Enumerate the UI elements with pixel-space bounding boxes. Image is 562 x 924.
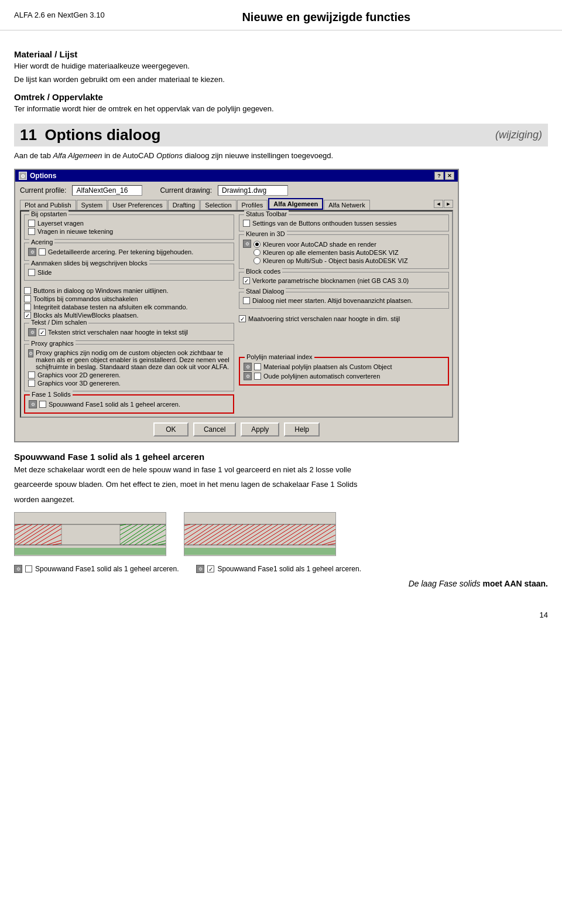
group-block-content: Verkorte parametrische blocknamen (niet … <box>243 277 445 284</box>
checkbox-bottom-right[interactable] <box>207 565 214 572</box>
label-autodesk: Kleuren op alle elementen basis AutoDESK… <box>263 249 399 256</box>
label-spouwwand: Spouwwand Fase1 solid als 1 geheel arcer… <box>49 401 180 408</box>
label-blocks: Blocks als MultiViewBlocks plaatsen. <box>33 312 139 319</box>
dialog-icon: ⚙ <box>19 172 27 180</box>
titlebar-left: ⚙ Options <box>19 172 56 180</box>
checkbox-spouwwand[interactable] <box>39 401 46 408</box>
tab-alfa-netwerk[interactable]: Alfa Netwerk <box>324 200 369 210</box>
tab-drafting[interactable]: Drafting <box>168 200 200 210</box>
tab-system[interactable]: System <box>77 200 108 210</box>
group-polylijn: Polylijn materiaal index ⚙ Materiaal pol… <box>239 357 449 386</box>
label-teksten: Teksten strict verschalen naar hoogte in… <box>48 329 188 336</box>
section-materiaal-text1: Hier wordt de huidige materiaalkeuze wee… <box>14 62 548 70</box>
dialog-buttons: OK Cancel Apply Help <box>20 422 453 437</box>
checkbox-graphics-2d[interactable] <box>28 371 35 379</box>
checkbox-blocks[interactable] <box>24 312 31 319</box>
tab-user-preferences[interactable]: User Preferences <box>108 200 167 210</box>
wall-svg-right <box>184 512 336 556</box>
check-teksten: ⚙ Teksten strict verschalen naar hoogte … <box>28 328 230 336</box>
svg-rect-2 <box>15 524 61 545</box>
check-maatvoering: Maatvoering strict verschalen naar hoogt… <box>239 315 449 322</box>
group-kleuren-content: ⚙ Kleuren voor AutoCAD shade en render <box>243 240 445 265</box>
checkbox-layerset[interactable] <box>28 220 35 227</box>
checkbox-dialoog[interactable] <box>243 297 250 304</box>
checkbox-bottom-left[interactable] <box>25 565 32 572</box>
checkbox-oude[interactable] <box>254 373 261 380</box>
gear-icon-fase1[interactable]: ⚙ <box>29 400 37 408</box>
caption-text: De laag Fase solids moet AAN staan. <box>409 579 548 588</box>
titlebar-close-btn[interactable]: ✕ <box>445 172 454 180</box>
section-badge: (wijziging) <box>495 129 542 141</box>
btn-apply[interactable]: Apply <box>241 422 279 437</box>
group-bij-opstarten-content: Layerset vragen Vragen in nieuwe tekenin… <box>28 220 230 235</box>
group-acering-title: Acering <box>29 238 54 246</box>
checkbox-integriteit[interactable] <box>24 304 31 311</box>
checkbox-maatvoering[interactable] <box>239 315 246 322</box>
kleuren-radios: Kleuren voor AutoCAD shade en render Kle… <box>253 240 408 265</box>
profile-row: Current profile: AlfaNextGen_16 Current … <box>20 185 453 196</box>
checkbox-settings[interactable] <box>243 220 250 227</box>
btn-help[interactable]: Help <box>284 422 320 437</box>
tab-profiles[interactable]: Profiles <box>237 200 268 210</box>
check-settings: Settings van de Buttons onthouden tussen… <box>243 220 445 227</box>
section-options-header: 11 Options dialoog (wijziging) <box>14 124 548 146</box>
caption-bold: moet AAN staan. <box>482 579 548 588</box>
tab-alfa-algemeen[interactable]: Alfa Algemeen <box>268 198 323 210</box>
titlebar-buttons: ? ✕ <box>434 172 454 180</box>
check-verkorte: Verkorte parametrische blocknamen (niet … <box>243 277 445 284</box>
label-graphics-2d: Graphics voor 2D genereren. <box>37 371 121 379</box>
btn-cancel[interactable]: Cancel <box>193 422 236 437</box>
checkbox-arcering[interactable] <box>39 248 46 255</box>
gear-icon-acering[interactable]: ⚙ <box>28 248 36 256</box>
section-omtrek-text: Ter informatie wordt hier de omtrek en h… <box>14 104 548 113</box>
dialog-body: Current profile: AlfaNextGen_16 Current … <box>15 182 458 441</box>
radio-multi[interactable] <box>253 257 261 264</box>
label-materiaal: Materiaal polylijn plaatsen als Custom O… <box>263 363 392 370</box>
bottom-desc2: gearceerde spouw bladen. Om het effect t… <box>14 479 548 490</box>
label-settings: Settings van de Buttons onthouden tussen… <box>252 220 396 227</box>
checkbox-slide[interactable] <box>28 269 35 276</box>
tab-selection[interactable]: Selection <box>200 200 236 210</box>
radio-shade[interactable] <box>253 241 261 248</box>
checkbox-tooltips[interactable] <box>24 295 31 302</box>
checkbox-materiaal[interactable] <box>254 363 261 370</box>
btn-ok[interactable]: OK <box>153 422 189 437</box>
label-tooltips: Tooltips bij commandos uitschakelen <box>33 295 138 302</box>
checkbox-vragen[interactable] <box>28 228 35 235</box>
radio-autodesk[interactable] <box>253 249 261 256</box>
checkbox-buttons[interactable] <box>24 287 31 294</box>
checkbox-graphics-3d[interactable] <box>28 380 35 387</box>
svg-line-34 <box>184 524 208 540</box>
desc-text-3: dialoog zijn nieuwe instellingen toegevo… <box>183 151 333 160</box>
group-fase1-content: ⚙ Spouwwand Fase1 solid als 1 geheel arc… <box>29 400 229 408</box>
label-shade: Kleuren voor AutoCAD shade en render <box>263 241 376 248</box>
checkbox-teksten[interactable] <box>39 329 46 336</box>
gear-icon-proxy[interactable]: ⚙ <box>28 349 33 357</box>
tab-scroll-right[interactable]: ► <box>444 200 453 208</box>
tab-scroll-left[interactable]: ◄ <box>434 200 443 208</box>
caption-text-part: De laag Fase solids <box>409 579 483 588</box>
gear-icon-kleuren[interactable]: ⚙ <box>243 240 251 248</box>
group-kleuren: Kleuren in 3D ⚙ Kleuren voor AutoCAD sha… <box>239 234 449 269</box>
group-maatvoering: Maatvoering strict verschalen naar hoogt… <box>239 314 449 323</box>
gear-icon-bottom-right[interactable]: ⚙ <box>196 565 204 573</box>
label-vragen: Vragen in nieuwe tekening <box>37 228 113 235</box>
titlebar-help-btn[interactable]: ? <box>434 172 444 180</box>
header-left-text: ALFA 2.6 en NextGen 3.10 <box>14 11 105 19</box>
gear-icon-bottom-left[interactable]: ⚙ <box>14 565 22 573</box>
gear-icon-tekst[interactable]: ⚙ <box>28 328 36 336</box>
group-block-title: Block codes <box>244 268 282 275</box>
label-layerset: Layerset vragen <box>37 220 84 227</box>
gear-icon-oude[interactable]: ⚙ <box>244 372 252 380</box>
check-spouwwand-left: ⚙ Spouwwand Fase1 solid als 1 geheel arc… <box>29 400 229 408</box>
options-dialog: ⚙ Options ? ✕ Current profile: AlfaNextG… <box>14 169 459 442</box>
section-materiaal-heading: Materiaal / Lijst <box>14 49 548 59</box>
standalone-checks: Buttons in dialoog op Windows manier uit… <box>24 286 234 320</box>
tab-plot-publish[interactable]: Plot and Publish <box>20 200 76 210</box>
check-oude: ⚙ Oude polylijnen automatisch convertere… <box>244 372 444 380</box>
wall-diagrams <box>14 512 548 558</box>
dialog-panels-wrapper: Bij opstarten Layerset vragen Vragen in … <box>20 210 453 418</box>
gear-icon-materiaal[interactable]: ⚙ <box>244 363 252 371</box>
checkbox-verkorte[interactable] <box>243 277 250 284</box>
bottom-check-right: ⚙ Spouwwand Fase1 solid als 1 geheel arc… <box>196 565 361 573</box>
